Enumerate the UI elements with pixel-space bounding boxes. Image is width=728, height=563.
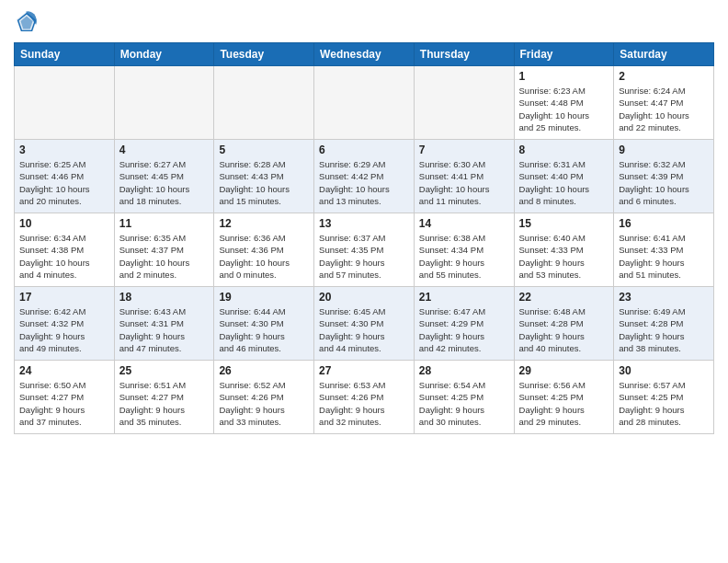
calendar-cell: 2Sunrise: 6:24 AM Sunset: 4:47 PM Daylig…	[614, 66, 714, 140]
day-number: 4	[119, 144, 210, 156]
calendar-cell: 6Sunrise: 6:29 AM Sunset: 4:42 PM Daylig…	[314, 140, 415, 213]
day-info: Sunrise: 6:47 AM Sunset: 4:29 PM Dayligh…	[419, 305, 509, 354]
day-info: Sunrise: 6:42 AM Sunset: 4:32 PM Dayligh…	[19, 305, 109, 354]
calendar-cell: 11Sunrise: 6:35 AM Sunset: 4:37 PM Dayli…	[114, 213, 214, 287]
calendar-cell: 22Sunrise: 6:48 AM Sunset: 4:28 PM Dayli…	[514, 287, 614, 361]
calendar-cell: 5Sunrise: 6:28 AM Sunset: 4:43 PM Daylig…	[214, 140, 314, 213]
calendar-cell: 12Sunrise: 6:36 AM Sunset: 4:36 PM Dayli…	[214, 213, 314, 287]
calendar-cell: 18Sunrise: 6:43 AM Sunset: 4:31 PM Dayli…	[114, 287, 214, 361]
calendar-cell: 26Sunrise: 6:52 AM Sunset: 4:26 PM Dayli…	[214, 361, 314, 434]
day-number: 12	[219, 217, 309, 230]
day-number: 25	[119, 364, 210, 377]
day-number: 19	[219, 291, 309, 304]
day-info: Sunrise: 6:50 AM Sunset: 4:27 PM Dayligh…	[19, 379, 109, 428]
day-number: 7	[419, 144, 509, 156]
day-info: Sunrise: 6:48 AM Sunset: 4:28 PM Dayligh…	[519, 305, 609, 354]
day-info: Sunrise: 6:25 AM Sunset: 4:46 PM Dayligh…	[19, 158, 109, 207]
calendar-cell: 29Sunrise: 6:56 AM Sunset: 4:25 PM Dayli…	[514, 361, 614, 434]
day-number: 27	[319, 364, 409, 377]
calendar-week-3: 10Sunrise: 6:34 AM Sunset: 4:38 PM Dayli…	[15, 213, 714, 287]
day-number: 11	[119, 217, 210, 230]
calendar-cell: 1Sunrise: 6:23 AM Sunset: 4:48 PM Daylig…	[514, 66, 614, 140]
day-info: Sunrise: 6:27 AM Sunset: 4:45 PM Dayligh…	[119, 158, 210, 207]
day-number: 14	[419, 217, 509, 230]
col-header-sunday: Sunday	[15, 43, 115, 66]
calendar-week-5: 24Sunrise: 6:50 AM Sunset: 4:27 PM Dayli…	[15, 361, 714, 434]
day-info: Sunrise: 6:29 AM Sunset: 4:42 PM Dayligh…	[319, 158, 409, 207]
day-number: 10	[19, 217, 109, 230]
day-info: Sunrise: 6:34 AM Sunset: 4:38 PM Dayligh…	[19, 232, 109, 281]
calendar-cell: 16Sunrise: 6:41 AM Sunset: 4:33 PM Dayli…	[614, 213, 714, 287]
day-info: Sunrise: 6:37 AM Sunset: 4:35 PM Dayligh…	[319, 232, 409, 281]
calendar-header-row: SundayMondayTuesdayWednesdayThursdayFrid…	[15, 43, 714, 66]
day-number: 9	[619, 144, 709, 156]
calendar-week-1: 1Sunrise: 6:23 AM Sunset: 4:48 PM Daylig…	[15, 66, 714, 140]
calendar-cell: 15Sunrise: 6:40 AM Sunset: 4:33 PM Dayli…	[514, 213, 614, 287]
day-info: Sunrise: 6:35 AM Sunset: 4:37 PM Dayligh…	[119, 232, 210, 281]
day-number: 2	[619, 70, 709, 83]
day-info: Sunrise: 6:36 AM Sunset: 4:36 PM Dayligh…	[219, 232, 309, 281]
calendar-cell	[314, 66, 415, 140]
day-info: Sunrise: 6:24 AM Sunset: 4:47 PM Dayligh…	[619, 85, 709, 133]
day-number: 24	[19, 364, 109, 377]
calendar-cell: 8Sunrise: 6:31 AM Sunset: 4:40 PM Daylig…	[514, 140, 614, 213]
calendar-cell: 14Sunrise: 6:38 AM Sunset: 4:34 PM Dayli…	[414, 213, 514, 287]
calendar-cell: 17Sunrise: 6:42 AM Sunset: 4:32 PM Dayli…	[15, 287, 115, 361]
day-number: 26	[219, 364, 309, 377]
day-number: 15	[519, 217, 609, 230]
calendar-cell: 7Sunrise: 6:30 AM Sunset: 4:41 PM Daylig…	[414, 140, 514, 213]
calendar-cell: 13Sunrise: 6:37 AM Sunset: 4:35 PM Dayli…	[314, 213, 415, 287]
day-info: Sunrise: 6:53 AM Sunset: 4:26 PM Dayligh…	[319, 379, 409, 428]
calendar-cell: 10Sunrise: 6:34 AM Sunset: 4:38 PM Dayli…	[15, 213, 115, 287]
day-info: Sunrise: 6:44 AM Sunset: 4:30 PM Dayligh…	[219, 305, 309, 354]
page: SundayMondayTuesdayWednesdayThursdayFrid…	[0, 0, 728, 563]
calendar-week-2: 3Sunrise: 6:25 AM Sunset: 4:46 PM Daylig…	[15, 140, 714, 213]
calendar-cell: 25Sunrise: 6:51 AM Sunset: 4:27 PM Dayli…	[114, 361, 214, 434]
calendar-cell: 24Sunrise: 6:50 AM Sunset: 4:27 PM Dayli…	[15, 361, 115, 434]
header	[14, 9, 714, 35]
day-info: Sunrise: 6:30 AM Sunset: 4:41 PM Dayligh…	[419, 158, 509, 207]
day-number: 22	[519, 291, 609, 304]
day-info: Sunrise: 6:28 AM Sunset: 4:43 PM Dayligh…	[219, 158, 309, 207]
calendar-cell: 9Sunrise: 6:32 AM Sunset: 4:39 PM Daylig…	[614, 140, 714, 213]
calendar-week-4: 17Sunrise: 6:42 AM Sunset: 4:32 PM Dayli…	[15, 287, 714, 361]
day-info: Sunrise: 6:32 AM Sunset: 4:39 PM Dayligh…	[619, 158, 709, 207]
calendar: SundayMondayTuesdayWednesdayThursdayFrid…	[14, 42, 714, 434]
day-info: Sunrise: 6:23 AM Sunset: 4:48 PM Dayligh…	[519, 85, 609, 133]
calendar-cell: 23Sunrise: 6:49 AM Sunset: 4:28 PM Dayli…	[614, 287, 714, 361]
day-number: 28	[419, 364, 509, 377]
calendar-cell: 28Sunrise: 6:54 AM Sunset: 4:25 PM Dayli…	[414, 361, 514, 434]
day-info: Sunrise: 6:51 AM Sunset: 4:27 PM Dayligh…	[119, 379, 210, 428]
day-info: Sunrise: 6:52 AM Sunset: 4:26 PM Dayligh…	[219, 379, 309, 428]
day-info: Sunrise: 6:57 AM Sunset: 4:25 PM Dayligh…	[619, 379, 709, 428]
day-info: Sunrise: 6:31 AM Sunset: 4:40 PM Dayligh…	[519, 158, 609, 207]
calendar-cell: 27Sunrise: 6:53 AM Sunset: 4:26 PM Dayli…	[314, 361, 415, 434]
col-header-wednesday: Wednesday	[314, 43, 415, 66]
day-info: Sunrise: 6:49 AM Sunset: 4:28 PM Dayligh…	[619, 305, 709, 354]
day-info: Sunrise: 6:43 AM Sunset: 4:31 PM Dayligh…	[119, 305, 210, 354]
day-number: 16	[619, 217, 709, 230]
day-number: 18	[119, 291, 210, 304]
day-info: Sunrise: 6:56 AM Sunset: 4:25 PM Dayligh…	[519, 379, 609, 428]
calendar-cell: 4Sunrise: 6:27 AM Sunset: 4:45 PM Daylig…	[114, 140, 214, 213]
day-number: 3	[19, 144, 109, 156]
day-number: 13	[319, 217, 409, 230]
logo	[14, 9, 43, 35]
calendar-cell	[15, 66, 115, 140]
day-info: Sunrise: 6:45 AM Sunset: 4:30 PM Dayligh…	[319, 305, 409, 354]
calendar-cell	[114, 66, 214, 140]
calendar-cell: 30Sunrise: 6:57 AM Sunset: 4:25 PM Dayli…	[614, 361, 714, 434]
col-header-monday: Monday	[114, 43, 214, 66]
calendar-cell	[414, 66, 514, 140]
day-number: 29	[519, 364, 609, 377]
day-number: 8	[519, 144, 609, 156]
day-number: 20	[319, 291, 409, 304]
day-number: 23	[619, 291, 709, 304]
col-header-saturday: Saturday	[614, 43, 714, 66]
day-number: 5	[219, 144, 309, 156]
logo-icon	[14, 9, 40, 35]
calendar-cell: 19Sunrise: 6:44 AM Sunset: 4:30 PM Dayli…	[214, 287, 314, 361]
day-number: 6	[319, 144, 409, 156]
col-header-thursday: Thursday	[414, 43, 514, 66]
col-header-tuesday: Tuesday	[214, 43, 314, 66]
